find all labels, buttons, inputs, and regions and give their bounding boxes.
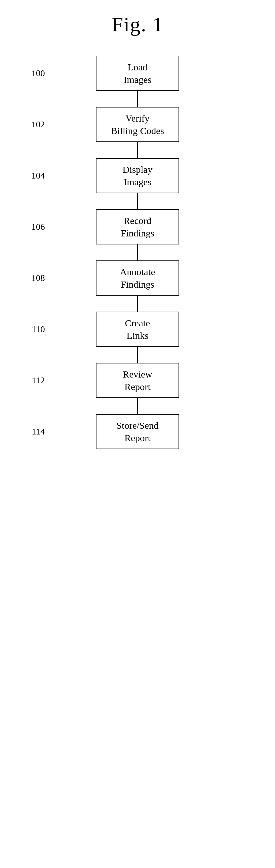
step-label-110: 110 [19, 324, 51, 334]
connector-108 [0, 296, 275, 312]
step-label-108: 108 [19, 273, 51, 283]
step-box-100: Load Images [96, 56, 179, 91]
step-label-114: 114 [19, 427, 51, 437]
step-row-104: 104Display Images [0, 158, 275, 193]
connector-110 [0, 347, 275, 363]
connector-100 [0, 91, 275, 107]
step-box-114: Store/Send Report [96, 414, 179, 449]
step-label-102: 102 [19, 119, 51, 130]
step-label-112: 112 [19, 375, 51, 385]
step-box-110: Create Links [96, 312, 179, 347]
step-box-104: Display Images [96, 158, 179, 193]
connector-102 [0, 142, 275, 158]
step-box-102: Verify Billing Codes [96, 107, 179, 142]
step-row-102: 102Verify Billing Codes [0, 107, 275, 142]
step-label-106: 106 [19, 222, 51, 232]
connector-112 [0, 398, 275, 414]
step-row-110: 110Create Links [0, 312, 275, 347]
step-label-104: 104 [19, 170, 51, 181]
flowchart: 100Load Images102Verify Billing Codes104… [0, 56, 275, 475]
step-row-106: 106Record Findings [0, 209, 275, 244]
step-row-112: 112Review Report [0, 363, 275, 398]
step-box-108: Annotate Findings [96, 260, 179, 296]
step-row-108: 108Annotate Findings [0, 260, 275, 296]
connector-104 [0, 193, 275, 209]
step-box-106: Record Findings [96, 209, 179, 244]
step-row-100: 100Load Images [0, 56, 275, 91]
step-box-112: Review Report [96, 363, 179, 398]
connector-106 [0, 244, 275, 260]
step-row-114: 114Store/Send Report [0, 414, 275, 449]
step-label-100: 100 [19, 68, 51, 79]
figure-title: Fig. 1 [112, 13, 163, 36]
